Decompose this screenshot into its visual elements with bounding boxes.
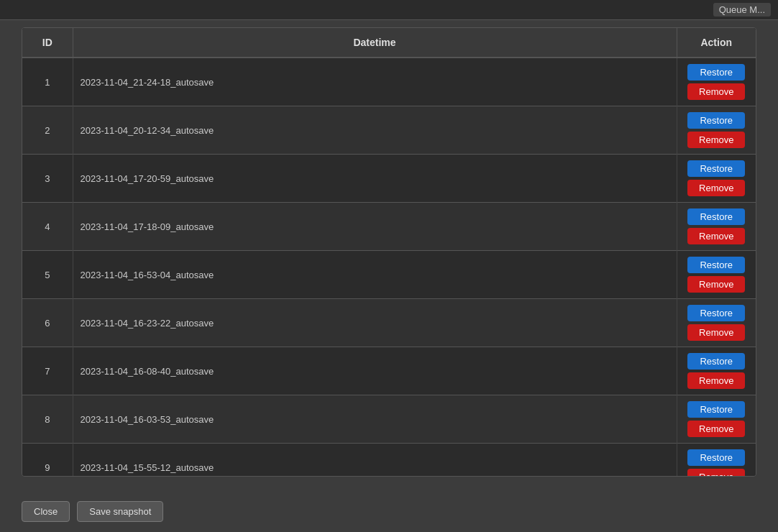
cell-id: 1 (22, 58, 73, 106)
cell-datetime: 2023-11-04_16-03-53_autosave (73, 395, 677, 444)
restore-button[interactable]: Restore (687, 305, 745, 321)
cell-id: 3 (22, 155, 73, 203)
restore-button[interactable]: Restore (687, 64, 745, 81)
table-row: 62023-11-04_16-23-22_autosaveRestoreRemo… (22, 299, 756, 347)
table-container: ID Datetime Action 12023-11-04_21-24-18_… (22, 27, 756, 477)
cell-id: 2 (22, 106, 73, 155)
bottom-bar: Close Save snapshot (0, 491, 778, 532)
table-row: 22023-11-04_20-12-34_autosaveRestoreRemo… (22, 106, 756, 155)
remove-button[interactable]: Remove (687, 83, 745, 100)
cell-datetime: 2023-11-04_15-55-12_autosave (73, 444, 677, 477)
table-row: 42023-11-04_17-18-09_autosaveRestoreRemo… (22, 203, 756, 251)
restore-button[interactable]: Restore (687, 449, 745, 466)
restore-button[interactable]: Restore (687, 353, 745, 370)
action-buttons: RestoreRemove (685, 353, 749, 389)
page-wrapper: Queue M... ID Datetime Action 12023-11-0… (0, 0, 778, 532)
cell-action: RestoreRemove (677, 299, 756, 347)
restore-button[interactable]: Restore (687, 160, 745, 177)
action-buttons: RestoreRemove (685, 401, 749, 437)
cell-datetime: 2023-11-04_16-23-22_autosave (73, 299, 677, 347)
cell-action: RestoreRemove (677, 347, 756, 395)
restore-button[interactable]: Restore (687, 208, 745, 225)
top-bar: Queue M... (0, 0, 778, 20)
remove-button[interactable]: Remove (687, 132, 745, 148)
remove-button[interactable]: Remove (687, 469, 745, 476)
table-row: 12023-11-04_21-24-18_autosaveRestoreRemo… (22, 58, 756, 106)
remove-button[interactable]: Remove (687, 276, 745, 293)
table-row: 52023-11-04_16-53-04_autosaveRestoreRemo… (22, 251, 756, 299)
cell-id: 5 (22, 251, 73, 299)
action-buttons: RestoreRemove (685, 449, 749, 476)
cell-action: RestoreRemove (677, 155, 756, 203)
header-datetime: Datetime (73, 28, 677, 58)
cell-action: RestoreRemove (677, 395, 756, 444)
cell-datetime: 2023-11-04_20-12-34_autosave (73, 106, 677, 155)
header-action: Action (677, 28, 756, 58)
action-buttons: RestoreRemove (685, 160, 749, 196)
table-row: 32023-11-04_17-20-59_autosaveRestoreRemo… (22, 155, 756, 203)
queue-label: Queue M... (713, 3, 771, 17)
cell-action: RestoreRemove (677, 106, 756, 155)
restore-button[interactable]: Restore (687, 401, 745, 418)
restore-button[interactable]: Restore (687, 112, 745, 129)
cell-id: 6 (22, 299, 73, 347)
table-row: 92023-11-04_15-55-12_autosaveRestoreRemo… (22, 444, 756, 477)
cell-id: 7 (22, 347, 73, 395)
cell-datetime: 2023-11-04_21-24-18_autosave (73, 58, 677, 106)
table-scroll[interactable]: ID Datetime Action 12023-11-04_21-24-18_… (22, 28, 756, 476)
cell-datetime: 2023-11-04_16-08-40_autosave (73, 347, 677, 395)
close-button[interactable]: Close (22, 501, 70, 522)
save-snapshot-button[interactable]: Save snapshot (77, 501, 163, 522)
table-header-row: ID Datetime Action (22, 28, 756, 58)
remove-button[interactable]: Remove (687, 324, 745, 341)
table-row: 82023-11-04_16-03-53_autosaveRestoreRemo… (22, 395, 756, 444)
cell-action: RestoreRemove (677, 58, 756, 106)
cell-id: 4 (22, 203, 73, 251)
action-buttons: RestoreRemove (685, 64, 749, 100)
cell-action: RestoreRemove (677, 203, 756, 251)
table-row: 72023-11-04_16-08-40_autosaveRestoreRemo… (22, 347, 756, 395)
remove-button[interactable]: Remove (687, 180, 745, 196)
cell-datetime: 2023-11-04_17-20-59_autosave (73, 155, 677, 203)
action-buttons: RestoreRemove (685, 112, 749, 148)
cell-id: 9 (22, 444, 73, 477)
cell-action: RestoreRemove (677, 251, 756, 299)
action-buttons: RestoreRemove (685, 305, 749, 341)
cell-datetime: 2023-11-04_16-53-04_autosave (73, 251, 677, 299)
cell-action: RestoreRemove (677, 444, 756, 477)
main-content: ID Datetime Action 12023-11-04_21-24-18_… (0, 20, 778, 491)
restore-button[interactable]: Restore (687, 257, 745, 273)
action-buttons: RestoreRemove (685, 257, 749, 293)
snapshots-table: ID Datetime Action 12023-11-04_21-24-18_… (22, 28, 756, 476)
cell-datetime: 2023-11-04_17-18-09_autosave (73, 203, 677, 251)
action-buttons: RestoreRemove (685, 208, 749, 244)
remove-button[interactable]: Remove (687, 372, 745, 389)
header-id: ID (22, 28, 73, 58)
cell-id: 8 (22, 395, 73, 444)
remove-button[interactable]: Remove (687, 421, 745, 437)
remove-button[interactable]: Remove (687, 228, 745, 244)
